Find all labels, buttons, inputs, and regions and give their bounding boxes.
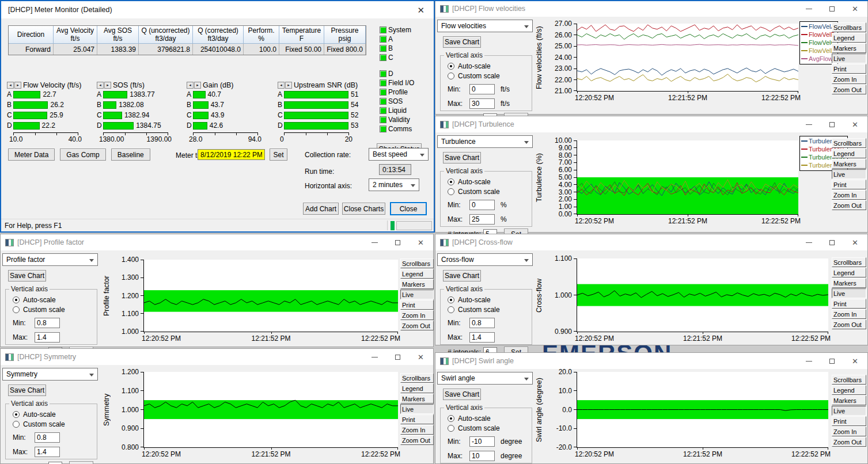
chart-tool-button[interactable]: Scrollbars (832, 257, 866, 267)
save-chart-button[interactable]: Save Chart (8, 270, 46, 282)
max-input[interactable] (469, 214, 495, 225)
save-chart-button[interactable]: Save Chart (443, 389, 481, 400)
max-input[interactable] (469, 98, 495, 109)
meter-action-button[interactable]: Gas Comp (60, 149, 105, 161)
chart-tool-button[interactable]: Legend (400, 383, 434, 393)
prev-metric-arrow-button[interactable]: ◂ (278, 82, 285, 89)
auto-scale-radio[interactable]: Auto-scale (448, 296, 528, 304)
chart-tool-button[interactable]: Markers (832, 395, 866, 405)
chart-tool-button[interactable]: Legend (832, 149, 866, 158)
chart-tool-button[interactable]: Markers (832, 278, 866, 288)
auto-scale-radio[interactable]: Auto-scale (448, 62, 528, 70)
min-input[interactable] (469, 200, 495, 210)
chart-type-select[interactable]: Symmetry (2, 368, 98, 381)
maximize-icon[interactable] (829, 240, 835, 245)
custom-scale-radio[interactable]: Custom scale (448, 188, 528, 196)
chart-tool-button[interactable]: Print (832, 299, 866, 309)
min-input[interactable] (35, 318, 60, 328)
chart-type-select[interactable]: Turbulence (437, 135, 533, 148)
intervals-input[interactable] (48, 462, 62, 464)
maximize-icon[interactable] (395, 240, 400, 245)
close-charts-button[interactable]: Close Charts (342, 203, 385, 215)
auto-scale-radio[interactable]: Auto-scale (448, 414, 528, 423)
collection-rate-select[interactable]: Best speed (369, 148, 429, 161)
minimize-icon[interactable] (372, 357, 378, 357)
chart-tool-button[interactable]: Markers (832, 159, 866, 169)
horizontal-axis-select[interactable]: 2 minutes (369, 178, 419, 191)
chart-tool-button[interactable]: Zoom In (832, 190, 866, 200)
chart-tool-button[interactable]: Print (832, 64, 866, 74)
meter-action-button[interactable]: Meter Data (8, 149, 55, 161)
minimize-icon[interactable] (806, 242, 812, 243)
maximize-icon[interactable] (829, 359, 835, 364)
auto-scale-radio[interactable]: Auto-scale (448, 178, 528, 186)
chart-tool-button[interactable]: Print (832, 416, 866, 426)
chart-plot-area[interactable]: 1.1001.0000.90012:20:52 PM12:21:52 PM12:… (577, 258, 828, 332)
max-input[interactable] (469, 332, 495, 343)
titlebar[interactable]: [DHCP] Swirl angle ✕ (435, 353, 867, 369)
custom-scale-radio[interactable]: Custom scale (13, 306, 93, 314)
close-icon[interactable]: ✕ (417, 6, 424, 14)
chart-tool-button[interactable]: Zoom Out (400, 435, 434, 445)
minimize-icon[interactable] (806, 9, 812, 9)
close-icon[interactable]: ✕ (852, 239, 858, 246)
chart-tool-button[interactable]: Scrollbars (832, 375, 866, 385)
chart-tool-button[interactable]: Zoom Out (832, 320, 866, 329)
chart-tool-button[interactable]: Zoom In (832, 427, 866, 436)
close-icon[interactable]: ✕ (852, 121, 858, 128)
next-metric-arrow-button[interactable]: ▸ (14, 82, 21, 89)
chart-plot-area[interactable]: 1.2001.1001.0000.9000.80012:20:52 PM12:2… (143, 372, 398, 448)
chart-tool-button[interactable]: Zoom In (832, 309, 866, 319)
chart-tool-button[interactable]: Live (400, 404, 434, 414)
titlebar[interactable]: [DHCP] Profile factor ✕ (1, 234, 433, 250)
chart-tool-button[interactable]: Zoom Out (400, 321, 434, 330)
next-metric-arrow-button[interactable]: ▸ (194, 82, 201, 89)
titlebar[interactable]: [DHCP] Meter Monitor (Detailed) ✕ (1, 1, 434, 18)
save-chart-button[interactable]: Save Chart (8, 385, 46, 396)
close-icon[interactable]: ✕ (852, 5, 858, 13)
chart-tool-button[interactable]: Zoom Out (832, 85, 866, 94)
min-input[interactable] (469, 84, 495, 94)
min-input[interactable] (469, 318, 495, 328)
titlebar[interactable]: [DHCP] Flow velocities ✕ (435, 1, 867, 17)
chart-type-select[interactable]: Swirl angle (437, 372, 533, 385)
max-input[interactable] (35, 332, 60, 343)
chart-tool-button[interactable]: Zoom In (832, 74, 866, 84)
minimize-icon[interactable] (372, 242, 378, 243)
close-icon[interactable]: ✕ (852, 357, 858, 365)
chart-tool-button[interactable]: Scrollbars (400, 258, 434, 268)
chart-tool-button[interactable]: Print (400, 414, 434, 424)
chart-tool-button[interactable]: Legend (832, 385, 866, 395)
chart-tool-button[interactable]: Zoom Out (832, 200, 866, 210)
maximize-icon[interactable] (395, 355, 400, 360)
min-input[interactable] (35, 432, 60, 443)
chart-tool-button[interactable]: Zoom In (400, 310, 434, 320)
prev-metric-arrow-button[interactable]: ◂ (7, 82, 14, 89)
chart-tool-button[interactable]: Legend (832, 33, 866, 43)
custom-scale-radio[interactable]: Custom scale (448, 306, 528, 314)
next-metric-arrow-button[interactable]: ▸ (285, 82, 292, 89)
chart-type-select[interactable]: Cross-flow (437, 253, 533, 266)
chart-tool-button[interactable]: Legend (832, 268, 866, 277)
chart-tool-button[interactable]: Markers (400, 394, 434, 404)
prev-metric-arrow-button[interactable]: ◂ (97, 82, 104, 89)
meter-time-set-button[interactable]: Set (270, 149, 287, 161)
save-chart-button[interactable]: Save Chart (443, 36, 481, 48)
chart-tool-button[interactable]: Markers (400, 279, 434, 289)
auto-scale-radio[interactable]: Auto-scale (13, 410, 93, 419)
close-icon[interactable]: ✕ (418, 239, 424, 246)
close-button[interactable]: Close (390, 202, 427, 215)
chart-tool-button[interactable]: Scrollbars (832, 22, 866, 32)
chart-plot-area[interactable]: 27.0026.0025.0024.0023.0022.0021.0012:20… (577, 24, 798, 92)
titlebar[interactable]: [DHCP] Cross-flow ✕ (435, 234, 867, 250)
maximize-icon[interactable] (829, 122, 835, 127)
chart-tool-button[interactable]: Markers (832, 43, 866, 53)
set-button[interactable]: Set (69, 461, 93, 464)
minimize-icon[interactable] (806, 361, 812, 362)
chart-plot-area[interactable]: 1.4001.3001.2001.1001.00012:20:52 PM12:2… (143, 260, 398, 332)
chart-tool-button[interactable]: Print (832, 180, 866, 189)
chart-plot-area[interactable]: 20.010.00.0-10.0-20.012:20:52 PM12:21:52… (577, 372, 828, 448)
chart-tool-button[interactable]: Live (832, 169, 866, 179)
close-icon[interactable]: ✕ (418, 353, 424, 361)
chart-tool-button[interactable]: Zoom Out (832, 437, 866, 447)
